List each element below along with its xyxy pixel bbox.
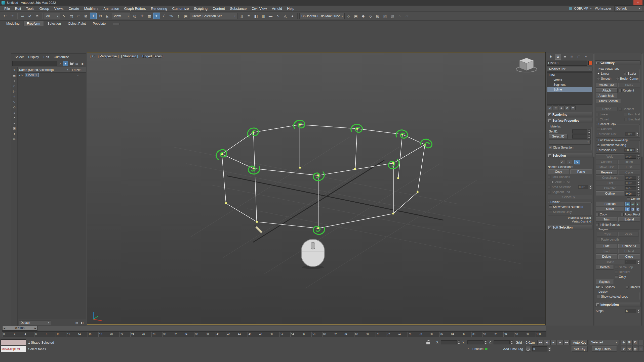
delete-button[interactable]: Delete [596,254,617,259]
previous-frame-nub[interactable]: ◀ [4,327,5,330]
menu-item[interactable]: Views [52,7,66,11]
z-coordinate-field[interactable] [494,340,510,344]
vertex-subobject-icon[interactable]: ∴ [559,160,565,164]
crossinsert-button[interactable]: CrossInsert [596,175,624,180]
create-line-button[interactable]: Create Line [596,83,617,87]
crossinsert-spinner[interactable] [637,176,640,180]
divide-button[interactable]: Divide [596,260,624,264]
bind-to-space-warp-icon[interactable]: ≋ [34,13,41,19]
divide-field[interactable]: 1 [625,260,636,264]
named-selection-sets-dropdown[interactable]: Create Selection Set▾ [190,13,237,19]
menu-item[interactable]: Help [285,7,297,11]
divide-spinner[interactable] [637,260,640,264]
show-space-warps-icon[interactable]: ⌂ [12,110,17,115]
show-vertex-numbers-checkbox[interactable] [549,205,552,208]
extend-button[interactable]: Extend [618,217,640,222]
object-name-field[interactable]: Line001 [547,61,587,66]
maximize-button[interactable]: ▢ [624,0,633,5]
same-shp-checkbox[interactable] [615,266,618,269]
percent-snap-icon[interactable]: % [168,13,175,19]
select-and-link-icon[interactable]: ∞ [19,13,26,19]
menu-item[interactable]: Arnold [270,7,284,11]
fillet-field[interactable]: 0.0m [625,181,636,185]
viewport-plus-menu[interactable]: [ + ] [90,54,95,58]
selection-lock-icon[interactable] [426,340,431,345]
detach-reorient-checkbox[interactable] [615,270,618,274]
explorer-menu-item[interactable]: Display [26,55,41,59]
boolean-subtract-icon[interactable]: ◎ [630,202,635,206]
modifier-stack-item[interactable]: Segment [547,82,592,87]
area-selection-spinner[interactable] [589,185,592,189]
weld-threshold-spinner[interactable] [636,148,639,152]
bind-first-checkbox[interactable] [624,113,627,116]
reorient-checkbox[interactable] [619,89,622,92]
area-selection-checkbox[interactable] [548,186,551,189]
show-shapes-icon[interactable]: ▷ [12,89,17,94]
show-end-result-icon[interactable]: ≣ [553,105,558,110]
trim-button[interactable]: Trim [596,217,617,222]
go-to-start-button[interactable]: ◀◀ [537,340,543,345]
snaps-toggle-icon[interactable]: 3² [153,13,160,19]
show-containers-icon[interactable]: ≈ [12,121,17,125]
next-frame-button[interactable]: |▶ [557,340,563,345]
display-toolbar-icon[interactable]: ▦ [12,73,17,78]
pan-icon[interactable]: ✥ [621,346,626,352]
boolean-intersect-icon[interactable]: ◐ [635,202,640,206]
zoom-icon[interactable]: ⊕ [621,340,626,345]
modifier-stack-item[interactable]: Line [547,73,592,77]
show-all-icon[interactable]: ○ [12,78,17,83]
mirror-both-icon[interactable]: ◩ [635,207,640,211]
viewport-canvas[interactable] [87,53,545,324]
chamfer-button[interactable]: Chamfer [596,186,624,191]
configure-modifier-sets-icon[interactable]: ▤ [570,105,576,110]
search-input[interactable] [12,61,57,66]
mirror-icon[interactable]: ◫ [238,13,245,19]
outline-button[interactable]: Outline [596,191,624,196]
toggle-ribbon-icon[interactable]: ▬ [267,13,274,19]
set-id-field[interactable] [572,129,587,133]
outline-spinner[interactable] [637,192,640,196]
explode-splines-radio[interactable] [601,286,604,289]
alike-radio[interactable] [551,180,554,184]
align-icon[interactable]: ≡ [245,13,252,19]
attach-mult-button[interactable]: Attach Mult. [596,94,617,98]
key-filters-button[interactable]: Key Filters... [592,346,617,352]
command-panel-scrollbar[interactable] [593,53,594,326]
y-coordinate-field[interactable] [467,340,484,344]
automatic-welding-checkbox[interactable] [597,144,600,147]
steps-spinner[interactable] [637,309,640,313]
menu-item[interactable]: Edit [13,7,23,11]
select-id-field[interactable] [572,134,587,139]
rollout-header[interactable]: −Interpolation [595,302,640,307]
select-id-button[interactable]: Select ID [549,134,568,139]
menu-item[interactable]: Scripting [192,7,210,11]
rendered-frame-window-icon[interactable]: ▣ [352,13,359,19]
unhide-all-button[interactable]: Unhide All [618,244,640,248]
hierarchy-tab-icon[interactable]: ≣ [562,54,568,60]
show-geometry-icon[interactable]: □ [12,84,17,88]
menu-item[interactable]: Substance [228,7,249,11]
show-cameras-icon[interactable]: ▽ [12,100,17,104]
modifier-stack-item[interactable]: Vertex [547,77,592,82]
display-only-selected-icon[interactable]: ▱ [404,13,410,19]
paste-named-selection-button[interactable]: Paste [570,169,592,174]
schematic-view-icon[interactable]: ◬ [282,13,289,19]
unbind-button[interactable]: Unbind [618,249,640,254]
frame-spinner[interactable] [548,347,551,351]
ribbon-tab[interactable]: Populate [90,21,109,26]
project-folder-dropdown[interactable]: C:\Users\UI...ds Max 2022▾ [299,13,345,19]
y-spinner[interactable] [484,340,487,344]
center-checkbox[interactable] [627,197,630,200]
play-animation-button[interactable]: ▶ [550,340,556,345]
filter-funnel-icon[interactable]: ▼ [63,61,68,66]
previous-frame-button[interactable]: ◀| [544,340,550,345]
boolean-button[interactable]: Boolean [596,202,624,206]
utilities-tab-icon[interactable]: ✴ [583,54,589,60]
ribbon-tab[interactable]: Freeform [23,21,44,26]
unlink-selection-icon[interactable]: ⊘ [26,13,33,19]
explorer-menu-item[interactable]: Customize [51,55,71,59]
rollout-header[interactable]: +Rendering [547,112,592,117]
menu-item[interactable]: Content [210,7,227,11]
explorer-settings-icon[interactable]: ▤ [74,320,79,325]
mirror-copy-checkbox[interactable] [596,213,599,216]
